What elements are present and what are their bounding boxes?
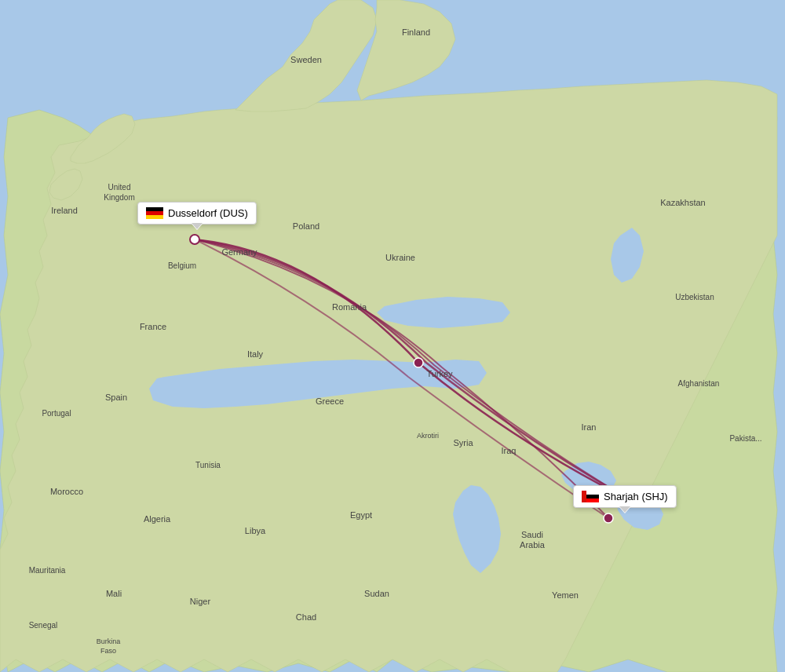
svg-text:United: United (108, 183, 131, 192)
svg-text:Afghanistan: Afghanistan (678, 379, 720, 388)
svg-text:Belgium: Belgium (168, 261, 196, 270)
svg-text:Tunisia: Tunisia (195, 461, 221, 469)
map-container: Finland Sweden United Kingdom Ireland Fr… (0, 0, 785, 672)
svg-text:Romania: Romania (332, 302, 367, 312)
svg-text:Ukraine: Ukraine (385, 253, 415, 262)
svg-text:Italy: Italy (247, 349, 264, 359)
svg-text:Libya: Libya (245, 526, 266, 535)
istanbul-waypoint-dot (414, 358, 423, 367)
svg-text:France: France (140, 322, 166, 331)
svg-text:Mauritania: Mauritania (29, 566, 66, 575)
svg-text:Poland: Poland (293, 221, 319, 231)
svg-text:Turkey: Turkey (426, 369, 453, 378)
svg-text:Saudi: Saudi (521, 530, 543, 539)
svg-text:Kazakhstan: Kazakhstan (660, 198, 705, 207)
svg-text:Faso: Faso (100, 647, 116, 655)
svg-text:Pakista...: Pakista... (729, 434, 761, 443)
dusseldorf-airport-dot (190, 235, 199, 244)
map-svg: Finland Sweden United Kingdom Ireland Fr… (0, 0, 785, 672)
svg-text:Burkina: Burkina (97, 637, 121, 645)
svg-text:Finland: Finland (402, 27, 430, 37)
svg-text:Greece: Greece (316, 396, 344, 406)
svg-text:Kingdom: Kingdom (104, 193, 134, 202)
svg-text:Algeria: Algeria (144, 514, 171, 524)
svg-text:Ireland: Ireland (51, 206, 78, 215)
svg-text:Iran: Iran (582, 422, 597, 432)
svg-text:Morocco: Morocco (50, 487, 83, 496)
svg-text:Chad: Chad (296, 612, 316, 622)
svg-text:Akrotiri: Akrotiri (417, 432, 439, 440)
dubai-waypoint-dot (604, 513, 613, 523)
svg-text:Uzbekistan: Uzbekistan (675, 293, 714, 301)
svg-text:Yemen: Yemen (552, 590, 579, 600)
svg-text:Egypt: Egypt (350, 510, 372, 520)
svg-text:Sudan: Sudan (364, 589, 389, 598)
svg-text:Senegal: Senegal (29, 621, 58, 630)
svg-text:Syria: Syria (453, 438, 473, 447)
svg-text:Sweden: Sweden (290, 55, 322, 64)
svg-text:Spain: Spain (105, 393, 127, 402)
svg-text:Arabia: Arabia (520, 540, 546, 550)
svg-text:Mali: Mali (106, 589, 122, 598)
sharjah-airport-dot (630, 498, 639, 507)
svg-text:Iraq: Iraq (502, 446, 517, 455)
svg-text:Niger: Niger (190, 597, 211, 606)
svg-text:Portugal: Portugal (42, 409, 71, 418)
svg-text:Germany: Germany (221, 247, 257, 257)
